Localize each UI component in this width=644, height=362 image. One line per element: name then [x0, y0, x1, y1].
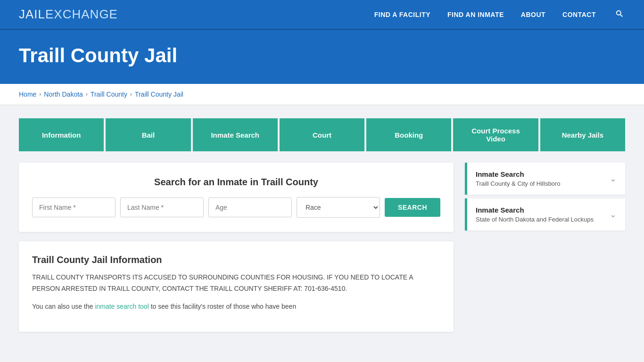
search-button[interactable]: SEARCH	[385, 198, 440, 217]
info-heading: Traill County Jail Information	[32, 255, 440, 265]
race-select[interactable]: Race White Black Hispanic Asian Other	[297, 197, 380, 218]
sidebar-item-nd[interactable]: Inmate Search State of North Dakota and …	[465, 198, 625, 230]
nav-about[interactable]: ABOUT	[521, 11, 545, 18]
inmate-search-card: Search for an Inmate in Traill County Ra…	[19, 163, 454, 232]
logo-jail: JAIL	[19, 7, 45, 21]
info-para2-suffix: to see this facility's roster of those w…	[149, 303, 296, 310]
chevron-down-icon: ⌄	[610, 173, 617, 184]
info-paragraph-1: TRAILL COUNTY TRANSPORTS ITS ACCUSED TO …	[32, 272, 440, 295]
inmate-search-link[interactable]: inmate search tool	[95, 303, 149, 310]
search-form: Race White Black Hispanic Asian Other SE…	[32, 197, 440, 218]
content-row: Search for an Inmate in Traill County Ra…	[19, 163, 625, 332]
right-sidebar: Inmate Search Traill County & City of Hi…	[465, 163, 625, 230]
page-title: Traill County Jail	[19, 44, 625, 67]
nav-find-inmate[interactable]: FIND AN INMATE	[447, 11, 504, 18]
site-logo[interactable]: JAILEXCHANGE	[19, 7, 118, 22]
breadcrumb-sep-1: ›	[39, 91, 41, 98]
search-icon-button[interactable]	[613, 7, 625, 22]
left-column: Search for an Inmate in Traill County Ra…	[19, 163, 454, 332]
tab-court[interactable]: Court	[280, 118, 364, 151]
sidebar-title-traill: Inmate Search	[476, 170, 560, 178]
breadcrumb-home[interactable]: Home	[19, 90, 36, 98]
breadcrumb-sep-3: ›	[130, 91, 132, 98]
tab-information[interactable]: Information	[19, 118, 104, 151]
sidebar-sub-nd: State of North Dakota and Federal Lockup…	[476, 216, 594, 223]
last-name-input[interactable]	[120, 197, 204, 217]
search-icon	[615, 9, 623, 17]
info-card: Traill County Jail Information TRAILL CO…	[19, 241, 454, 332]
tab-inmate-search[interactable]: Inmate Search	[193, 118, 278, 151]
main-area: Information Bail Inmate Search Court Boo…	[0, 105, 644, 345]
sidebar-sub-traill: Traill County & City of Hillsboro	[476, 180, 560, 187]
hero-banner: Traill County Jail	[0, 30, 644, 84]
tab-booking[interactable]: Booking	[366, 118, 451, 151]
breadcrumb-traill-county[interactable]: Traill County	[91, 90, 127, 98]
tab-nearby-jails[interactable]: Nearby Jails	[540, 118, 625, 151]
site-header: JAILEXCHANGE FIND A FACILITY FIND AN INM…	[0, 0, 644, 30]
nav-find-facility[interactable]: FIND A FACILITY	[374, 11, 430, 18]
breadcrumb: Home › North Dakota › Traill County › Tr…	[19, 90, 625, 98]
breadcrumb-sep-2: ›	[86, 91, 88, 98]
age-input[interactable]	[208, 197, 292, 217]
tab-court-process-video[interactable]: Court Process Video	[453, 118, 538, 151]
nav-contact[interactable]: CONTACT	[562, 11, 596, 18]
logo-exchange: EXCHANGE	[45, 7, 118, 21]
info-paragraph-2: You can also use the inmate search tool …	[32, 301, 440, 313]
breadcrumb-north-dakota[interactable]: North Dakota	[44, 90, 83, 98]
search-heading: Search for an Inmate in Traill County	[32, 177, 440, 188]
sidebar-item-traill[interactable]: Inmate Search Traill County & City of Hi…	[465, 163, 625, 195]
main-nav: FIND A FACILITY FIND AN INMATE ABOUT CON…	[374, 7, 625, 22]
sidebar-title-nd: Inmate Search	[476, 206, 594, 214]
tab-bar: Information Bail Inmate Search Court Boo…	[19, 118, 625, 151]
chevron-down-icon-2: ⌄	[610, 209, 617, 220]
breadcrumb-traill-county-jail[interactable]: Traill County Jail	[135, 90, 183, 98]
tab-bail[interactable]: Bail	[106, 118, 190, 151]
breadcrumb-bar: Home › North Dakota › Traill County › Tr…	[0, 84, 644, 105]
first-name-input[interactable]	[32, 197, 116, 217]
info-para2-prefix: You can also use the	[32, 303, 95, 310]
